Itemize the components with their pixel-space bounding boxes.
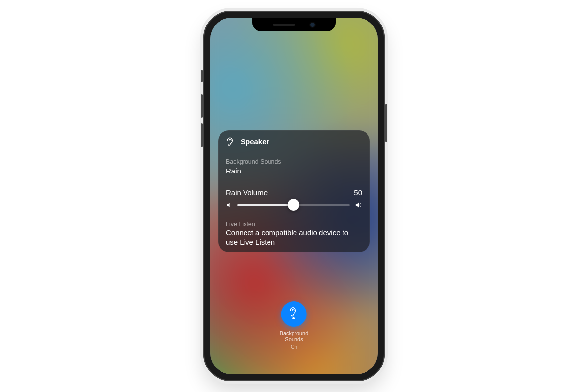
background-sounds-label: Background Sounds: [226, 158, 362, 166]
live-listen-message: Connect a compatible audio device to use…: [226, 228, 362, 247]
volume-label: Rain Volume: [226, 188, 268, 196]
background-sounds-toggle-state: On: [291, 344, 297, 350]
volume-up-button[interactable]: [201, 94, 203, 118]
front-camera: [309, 22, 316, 28]
speaker-high-icon: [355, 201, 362, 209]
background-sounds-toggle[interactable]: Background Sounds On: [280, 301, 309, 350]
output-device-row[interactable]: Speaker: [218, 130, 370, 152]
phone-screen: Speaker Background Sounds Rain Rain Volu…: [210, 18, 378, 374]
power-button[interactable]: [385, 104, 387, 142]
volume-slider[interactable]: [226, 201, 362, 209]
background-sounds-value: Rain: [226, 167, 362, 176]
notch: [252, 18, 336, 31]
mute-switch[interactable]: [201, 70, 203, 82]
phone-frame: Speaker Background Sounds Rain Rain Volu…: [203, 11, 385, 381]
speaker-low-icon: [226, 202, 232, 208]
output-device-label: Speaker: [241, 137, 269, 146]
earpiece-grille: [273, 24, 295, 26]
background-sounds-toggle-label: Background Sounds: [280, 330, 309, 343]
ear-icon: [226, 136, 236, 146]
volume-down-button[interactable]: [201, 123, 203, 147]
live-listen-label: Live Listen: [226, 221, 362, 228]
stage: Speaker Background Sounds Rain Rain Volu…: [0, 0, 588, 392]
volume-value: 50: [354, 188, 362, 196]
volume-slider-thumb[interactable]: [288, 199, 299, 211]
live-listen-row[interactable]: Live Listen Connect a compatible audio d…: [218, 215, 370, 253]
volume-slider-fill: [237, 204, 294, 206]
background-sounds-row[interactable]: Background Sounds Rain: [218, 152, 370, 182]
hearing-card: Speaker Background Sounds Rain Rain Volu…: [218, 130, 370, 252]
background-sounds-toggle-circle[interactable]: [281, 301, 307, 327]
ear-wave-icon: [288, 307, 300, 321]
volume-row: Rain Volume 50: [218, 182, 370, 215]
volume-slider-track[interactable]: [237, 204, 350, 206]
